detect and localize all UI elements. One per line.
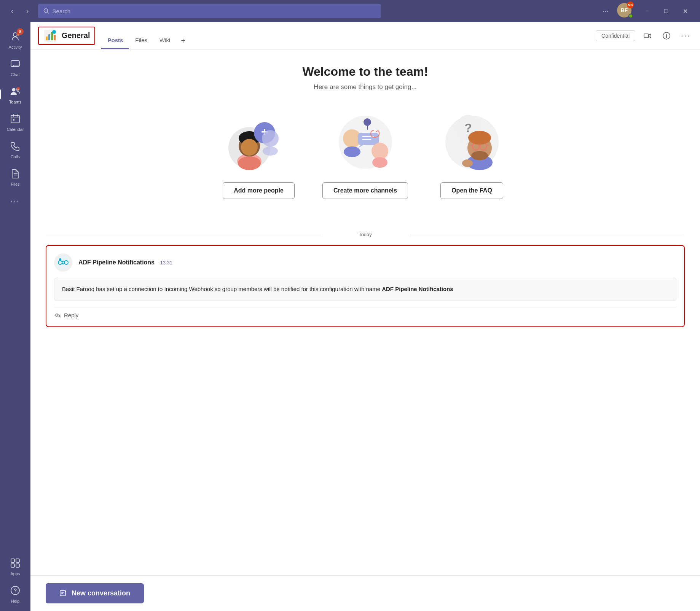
channel-header-right: Confidential ··· xyxy=(596,29,692,43)
sidebar-item-apps[interactable]: Apps xyxy=(2,553,28,579)
sidebar-item-teams[interactable]: @ Teams xyxy=(2,81,28,107)
message-body: Basit Farooq has set up a connection to … xyxy=(54,278,676,301)
svg-rect-19 xyxy=(11,564,14,567)
channel-header: General Posts Files Wiki + Confidential xyxy=(30,22,700,49)
sidebar-item-calls[interactable]: Calls xyxy=(2,136,28,162)
svg-point-51 xyxy=(372,143,388,159)
svg-point-32 xyxy=(666,33,667,34)
svg-rect-25 xyxy=(48,34,50,40)
reply-label: Reply xyxy=(64,312,78,318)
sidebar-item-help-label: Help xyxy=(11,599,20,603)
teams-icon: @ xyxy=(10,86,21,97)
sidebar-item-more[interactable]: ··· xyxy=(2,191,28,211)
main-layout: 8 8 Activity Chat xyxy=(0,22,700,611)
activity-icon-wrap: 8 8 xyxy=(8,30,22,43)
messages-area: Today xyxy=(30,224,700,575)
date-divider: Today xyxy=(46,232,685,237)
open-faq-button[interactable]: Open the FAQ xyxy=(440,182,503,199)
welcome-subtitle: Here are some things to get going... xyxy=(53,83,677,91)
create-channels-illustration xyxy=(331,106,400,175)
add-people-button[interactable]: Add more people xyxy=(223,182,295,199)
help-icon: ? xyxy=(10,585,21,596)
sidebar-item-activity[interactable]: 8 8 Activity xyxy=(2,27,28,53)
svg-rect-29 xyxy=(644,34,649,38)
help-icon-wrap: ? xyxy=(8,584,22,597)
active-indicator xyxy=(0,89,1,99)
ms-badge: MS xyxy=(627,2,634,8)
back-button[interactable]: ‹ xyxy=(6,5,18,17)
sidebar-item-calls-label: Calls xyxy=(11,154,20,159)
add-tab-button[interactable]: + xyxy=(176,32,190,49)
activity-badge: 8 xyxy=(17,28,24,35)
create-channels-card: Create more channels xyxy=(324,106,407,199)
chat-icon xyxy=(10,59,21,69)
tab-posts[interactable]: Posts xyxy=(101,32,129,49)
bot-avatar-icon xyxy=(56,255,71,270)
teams-icon-wrap: @ xyxy=(8,84,22,98)
maximize-button[interactable]: □ xyxy=(657,5,675,17)
channel-brand: General xyxy=(38,27,95,45)
svg-point-38 xyxy=(238,156,261,170)
sidebar-item-files[interactable]: Files xyxy=(2,164,28,189)
message-thread: ADF Pipeline Notifications 13:31 Basit F… xyxy=(46,245,685,327)
close-button[interactable]: ✕ xyxy=(676,5,694,17)
content-area: General Posts Files Wiki + Confidential xyxy=(30,22,700,611)
svg-point-42 xyxy=(263,146,278,156)
message-body-bold: ADF Pipeline Notifications xyxy=(382,286,453,292)
channel-brand-icon xyxy=(43,29,57,43)
more-options-button[interactable]: ··· xyxy=(599,5,612,17)
reply-bar[interactable]: Reply xyxy=(54,307,676,319)
svg-rect-48 xyxy=(358,133,379,145)
svg-rect-5 xyxy=(11,60,19,67)
files-icon-wrap xyxy=(8,167,22,180)
new-conversation-button[interactable]: New conversation xyxy=(46,583,144,603)
avatar-wrap[interactable]: BF MS xyxy=(617,3,633,19)
sidebar-item-chat[interactable]: Chat xyxy=(2,54,28,80)
channel-tabs: Posts Files Wiki + xyxy=(101,22,190,49)
welcome-section: Welcome to the team! Here are some thing… xyxy=(30,49,700,224)
svg-point-69 xyxy=(59,258,61,261)
svg-text:?: ? xyxy=(464,121,472,135)
svg-line-1 xyxy=(47,12,48,13)
more-icon-wrap: ··· xyxy=(8,194,22,208)
online-indicator xyxy=(628,14,633,18)
minimize-button[interactable]: − xyxy=(638,5,656,17)
video-icon xyxy=(644,32,651,40)
sidebar-item-apps-label: Apps xyxy=(10,571,20,576)
svg-point-52 xyxy=(372,157,387,168)
open-faq-svg: ? xyxy=(438,106,506,175)
tab-files[interactable]: Files xyxy=(129,32,153,49)
calendar-icon xyxy=(10,113,21,124)
sidebar-item-teams-label: Teams xyxy=(9,100,21,104)
create-channels-button[interactable]: Create more channels xyxy=(322,182,408,199)
svg-point-63 xyxy=(471,151,488,160)
sidebar-item-calendar-label: Calendar xyxy=(7,127,24,132)
channel-name: General xyxy=(62,31,90,40)
title-bar: ‹ › ··· BF MS − □ ✕ xyxy=(0,0,700,22)
video-call-button[interactable] xyxy=(641,29,654,43)
sidebar: 8 8 Activity Chat xyxy=(0,22,30,611)
tab-wiki[interactable]: Wiki xyxy=(153,32,176,49)
create-channels-svg xyxy=(331,106,400,175)
svg-text:@: @ xyxy=(17,88,19,91)
channel-more-button[interactable]: ··· xyxy=(679,29,692,43)
confidential-badge[interactable]: Confidential xyxy=(596,30,635,41)
search-input[interactable] xyxy=(53,8,375,14)
calls-icon-wrap xyxy=(8,139,22,153)
sidebar-item-calendar[interactable]: Calendar xyxy=(2,109,28,135)
sidebar-item-help[interactable]: ? Help xyxy=(2,581,28,606)
message-body-text: Basit Farooq has set up a connection to … xyxy=(62,286,382,292)
svg-point-46 xyxy=(364,118,371,126)
more-dots-icon: ··· xyxy=(11,196,20,206)
add-people-svg: + xyxy=(225,106,293,175)
svg-point-45 xyxy=(344,146,360,157)
chat-main: Welcome to the team! Here are some thing… xyxy=(30,49,700,611)
forward-button[interactable]: › xyxy=(21,5,33,17)
title-bar-right: ··· BF MS − □ ✕ xyxy=(599,3,694,19)
search-bar[interactable] xyxy=(38,4,381,18)
svg-rect-70 xyxy=(60,590,65,596)
message-time: 13:31 xyxy=(160,260,172,266)
open-faq-illustration: ? xyxy=(438,106,506,175)
info-button[interactable] xyxy=(660,29,673,43)
svg-rect-20 xyxy=(16,564,19,567)
